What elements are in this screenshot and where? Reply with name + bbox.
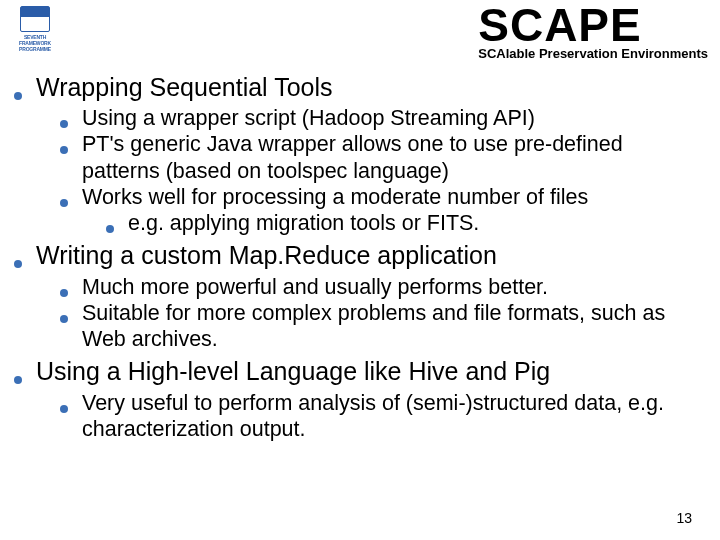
fp7-logo-box (20, 6, 50, 32)
list-item: e.g. applying migration tools or FITS. (106, 210, 706, 236)
bullet-icon (60, 120, 68, 128)
list-item-text: Works well for processing a moderate num… (82, 184, 706, 210)
list-item-text: Using a High-level Language like Hive an… (36, 356, 706, 387)
bullet-icon (14, 376, 22, 384)
list-item-text: Writing a custom Map.Reduce application (36, 240, 706, 271)
list-item: Works well for processing a moderate num… (60, 184, 706, 236)
list-item: Writing a custom Map.Reduce application … (14, 240, 706, 352)
list-item: Much more powerful and usually performs … (60, 274, 706, 300)
list-item-text: e.g. applying migration tools or FITS. (128, 210, 706, 236)
bullet-icon (60, 315, 68, 323)
bullet-icon (106, 225, 114, 233)
list-item: PT's generic Java wrapper allows one to … (60, 131, 706, 183)
list-item: Suitable for more complex problems and f… (60, 300, 706, 352)
slide-subtitle: SCAlable Preservation Environments (478, 46, 708, 61)
list-item: Using a High-level Language like Hive an… (14, 356, 706, 442)
bullet-list: Wrapping Sequential Tools Using a wrappe… (14, 72, 706, 442)
list-item: Very useful to perform analysis of (semi… (60, 390, 706, 442)
list-item-text: Suitable for more complex problems and f… (82, 300, 706, 352)
bullet-icon (60, 146, 68, 154)
slide-title: SCAPE (478, 2, 708, 48)
bullet-icon (60, 199, 68, 207)
list-item-text: Very useful to perform analysis of (semi… (82, 390, 706, 442)
list-item-text: Much more powerful and usually performs … (82, 274, 706, 300)
list-item: Using a wrapper script (Hadoop Streaming… (60, 105, 706, 131)
bullet-icon (14, 260, 22, 268)
fp7-logo: SEVENTH FRAMEWORK PROGRAMME (14, 6, 56, 48)
fp7-logo-caption: SEVENTH FRAMEWORK PROGRAMME (14, 34, 56, 52)
page-number: 13 (676, 510, 692, 526)
list-item-text: PT's generic Java wrapper allows one to … (82, 131, 706, 183)
list-item-text: Using a wrapper script (Hadoop Streaming… (82, 105, 706, 131)
title-block: SCAPE SCAlable Preservation Environments (478, 2, 708, 61)
bullet-icon (14, 92, 22, 100)
bullet-icon (60, 289, 68, 297)
bullet-icon (60, 405, 68, 413)
list-item: Wrapping Sequential Tools Using a wrappe… (14, 72, 706, 236)
list-item-text: Wrapping Sequential Tools (36, 72, 706, 103)
slide-content: Wrapping Sequential Tools Using a wrappe… (0, 72, 720, 442)
slide-header: SEVENTH FRAMEWORK PROGRAMME SCAPE SCAlab… (0, 0, 720, 68)
